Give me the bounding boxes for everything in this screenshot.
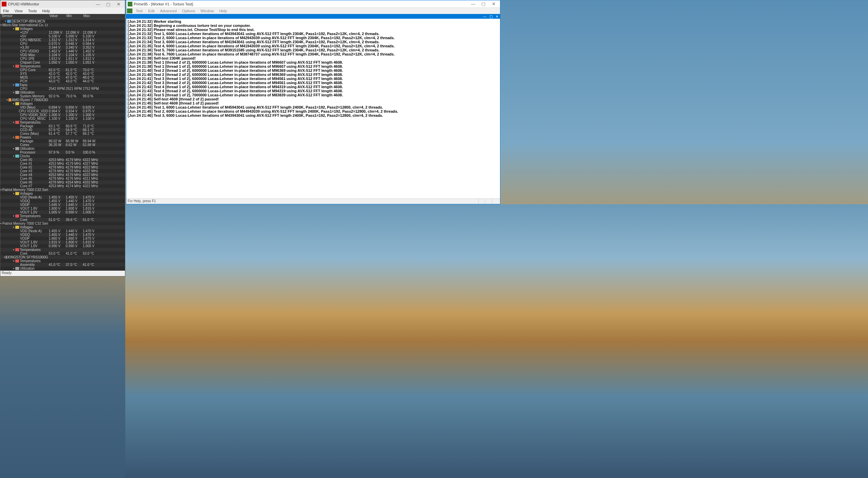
sensor-row[interactable]: Package63.1 °C60.8 °C71.0 °C bbox=[0, 124, 125, 128]
hwmonitor-tree[interactable]: ▾DESKTOP-8BHLMCN▾Micro-Star Internationa… bbox=[0, 19, 125, 271]
sensor-row[interactable]: Core #74253 MHz4174 MHz4322 MHz bbox=[0, 184, 125, 188]
menu-window[interactable]: Window bbox=[198, 9, 216, 13]
menu-tools[interactable]: Tools bbox=[25, 9, 39, 13]
close-button[interactable]: ✕ bbox=[488, 1, 499, 6]
tree-node[interactable]: ▾Voltages bbox=[0, 27, 125, 31]
expand-icon[interactable]: ▾ bbox=[12, 259, 15, 262]
tree-node[interactable]: ▾Patriot Memory 7000 C32 Series bbox=[0, 188, 125, 192]
tree-node[interactable]: ▾Voltages bbox=[0, 192, 125, 195]
header-value[interactable]: Value bbox=[48, 14, 65, 19]
sensor-row[interactable]: VOUT 1.8V1.800 V1.800 V1.815 V bbox=[0, 207, 125, 210]
header-max[interactable]: Max bbox=[82, 14, 99, 19]
maximize-button[interactable]: ▢ bbox=[103, 2, 113, 7]
expand-icon[interactable]: ▾ bbox=[12, 83, 15, 86]
tree-node[interactable]: ▾Voltages bbox=[0, 225, 125, 229]
menu-edit[interactable]: Edit bbox=[145, 9, 157, 13]
sensor-row[interactable]: VDDQ1.455 V1.440 V1.470 V bbox=[0, 199, 125, 203]
mdi-close-button[interactable]: ✕ bbox=[494, 15, 500, 18]
minimize-button[interactable]: — bbox=[93, 2, 103, 7]
sensor-row[interactable]: CCD #057.9 °C54.9 °C68.1 °C bbox=[0, 128, 125, 132]
sensor-row[interactable]: Core #64278 MHz4154 MHz4332 MHz bbox=[0, 180, 125, 184]
header-min[interactable]: Min bbox=[65, 14, 82, 19]
expand-icon[interactable]: ▾ bbox=[12, 155, 15, 158]
sensor-row[interactable]: Core #14253 MHz4179 MHz4327 MHz bbox=[0, 162, 125, 165]
sensor-row[interactable]: CPU VDD_MISC1.100 V1.100 V1.100 V bbox=[0, 117, 125, 121]
expand-icon[interactable]: ▾ bbox=[12, 226, 15, 229]
expand-icon[interactable]: ▾ bbox=[12, 65, 15, 68]
sensor-row[interactable]: VDD Misc1.104 V1.104 V1.105 V bbox=[0, 53, 125, 57]
menu-advanced[interactable]: Advanced bbox=[157, 9, 179, 13]
expand-icon[interactable]: ▾ bbox=[12, 102, 15, 105]
sensor-row[interactable]: Cores36.20 W6.62 W52.88 W bbox=[0, 143, 125, 147]
sensor-row[interactable]: Cores (Max)61.4 °C57.7 °C68.2 °C bbox=[0, 132, 125, 136]
sensor-row[interactable]: System Memory92.0 %79.0 %99.0 % bbox=[0, 94, 125, 98]
prime95-titlebar[interactable]: Prime95 - [Worker #1 - Torture Test] — ▢… bbox=[126, 0, 500, 8]
sensor-row[interactable]: +5V5.100 V5.090 V5.100 V bbox=[0, 34, 125, 38]
expand-icon[interactable]: ▾ bbox=[12, 147, 15, 150]
expand-icon[interactable]: ▾ bbox=[0, 222, 2, 225]
tree-node[interactable]: ▾Patriot Memory 7000 C32 Series bbox=[0, 222, 125, 225]
sensor-row[interactable]: CPU Core62.0 °C61.0 °C70.0 °C bbox=[0, 68, 125, 72]
sensor-row[interactable]: Processor97.9 %0.0 %100.0 % bbox=[0, 150, 125, 154]
sensor-row[interactable]: Core #24278 MHz4179 MHz4322 MHz bbox=[0, 165, 125, 169]
sensor-row[interactable]: VDDP1.845 V1.845 V1.875 V bbox=[0, 203, 125, 207]
tree-node[interactable]: ▾Temperatures bbox=[0, 214, 125, 218]
sensor-row[interactable]: Chipset Core1.050 V1.050 V1.051 V bbox=[0, 61, 125, 64]
sensor-row[interactable]: Core #44253 MHz4179 MHz4322 MHz bbox=[0, 173, 125, 177]
tree-node[interactable]: ▾Temperatures bbox=[0, 259, 125, 263]
sensor-row[interactable]: CPU VDDCR_VDD0.964 V0.934 V0.975 V bbox=[0, 109, 125, 113]
sensor-row[interactable]: CPU VDDR_SOC1.300 V1.300 V1.300 V bbox=[0, 113, 125, 117]
sensor-row[interactable]: Core #04253 MHz4179 MHz4322 MHz bbox=[0, 158, 125, 162]
sensor-row[interactable]: VID (Max)0.894 V0.856 V0.925 V bbox=[0, 106, 125, 109]
sensor-row[interactable]: CPU VDDIO1.452 V1.448 V1.452 V bbox=[0, 49, 125, 53]
menu-file[interactable]: File bbox=[0, 9, 12, 13]
tree-node[interactable]: ▾Powers bbox=[0, 136, 125, 139]
expand-icon[interactable]: ▾ bbox=[12, 267, 15, 270]
tree-node[interactable]: ▾Temperatures bbox=[0, 64, 125, 68]
sensor-row[interactable]: CPU NB/SOC1.312 V1.312 V1.314 V bbox=[0, 38, 125, 42]
expand-icon[interactable]: ▾ bbox=[12, 91, 15, 94]
tree-node[interactable]: ▾Temperatures bbox=[0, 121, 125, 124]
sensor-row[interactable]: +12V12.096 V12.096 V12.096 V bbox=[0, 31, 125, 34]
sensor-row[interactable]: PCH43.0 °C43.0 °C44.0 °C bbox=[0, 79, 125, 83]
close-button[interactable]: ✕ bbox=[113, 2, 124, 7]
expand-icon[interactable]: ▾ bbox=[12, 27, 15, 30]
tree-node[interactable]: ▾Temperatures bbox=[0, 248, 125, 252]
mdi-minimize-button[interactable]: — bbox=[482, 15, 488, 18]
sensor-row[interactable]: SYS42.0 °C42.0 °C43.0 °C bbox=[0, 72, 125, 76]
prime95-log-output[interactable]: [Jun 24 21:32] Worker starting[Jun 24 21… bbox=[126, 19, 500, 198]
minimize-button[interactable]: — bbox=[468, 1, 478, 6]
sensor-row[interactable]: Core53.0 °C41.0 °C53.0 °C bbox=[0, 252, 125, 255]
sensor-row[interactable]: Package80.02 W68.98 W89.94 W bbox=[0, 139, 125, 143]
tree-node[interactable]: ▾Voltages bbox=[0, 102, 125, 106]
menu-help[interactable]: Help bbox=[39, 9, 53, 13]
sensor-row[interactable]: VDDP1.860 V1.860 V1.875 V bbox=[0, 237, 125, 240]
menu-test[interactable]: Test bbox=[133, 9, 145, 13]
sensor-row[interactable]: VOUT 1.0V0.990 V0.990 V1.005 V bbox=[0, 244, 125, 248]
mdi-restore-button[interactable]: ▢ bbox=[488, 15, 494, 18]
tree-node[interactable]: ▾Fans bbox=[0, 83, 125, 87]
expand-icon[interactable]: ▾ bbox=[0, 23, 2, 27]
sensor-row[interactable]: Core #34278 MHz4178 MHz4332 MHz bbox=[0, 169, 125, 173]
expand-icon[interactable]: ▾ bbox=[12, 136, 15, 139]
expand-icon[interactable]: ▾ bbox=[0, 188, 2, 191]
menu-help[interactable]: Help bbox=[216, 9, 230, 13]
sensor-row[interactable]: VDDQ1.455 V1.440 V1.470 V bbox=[0, 233, 125, 237]
maximize-button[interactable]: ▢ bbox=[478, 1, 488, 6]
sensor-row[interactable]: VDD (Node A)1.455 V1.440 V1.470 V bbox=[0, 229, 125, 233]
tree-node[interactable]: ▾DESKTOP-8BHLMCN bbox=[0, 19, 125, 23]
tree-node[interactable]: ▾AMD Ryzen 7 7800X3D bbox=[0, 98, 125, 102]
menu-view[interactable]: View bbox=[12, 9, 26, 13]
tree-node[interactable]: ▾Utilization bbox=[0, 91, 125, 94]
sensor-row[interactable]: CPU 1P81.812 V1.811 V1.812 V bbox=[0, 57, 125, 61]
sensor-row[interactable]: Core51.0 °C39.8 °C51.0 °C bbox=[0, 218, 125, 222]
tree-node[interactable]: ▾Micro-Star International Co. Lt... bbox=[0, 23, 125, 27]
sensor-row[interactable]: VOUT 1.0V1.005 V0.990 V1.005 V bbox=[0, 210, 125, 214]
sensor-row[interactable]: +3.3V3.344 V3.340 V3.352 V bbox=[0, 46, 125, 49]
expand-icon[interactable]: ▾ bbox=[12, 192, 15, 195]
sensor-row[interactable]: MOS47.0 °C47.0 °C48.0 °C bbox=[0, 76, 125, 79]
menu-options[interactable]: Options bbox=[179, 9, 198, 13]
tree-node[interactable]: ▾Clocks bbox=[0, 154, 125, 158]
tree-node[interactable]: ▾Utilization bbox=[0, 267, 125, 270]
expand-icon[interactable]: ▾ bbox=[12, 121, 15, 124]
